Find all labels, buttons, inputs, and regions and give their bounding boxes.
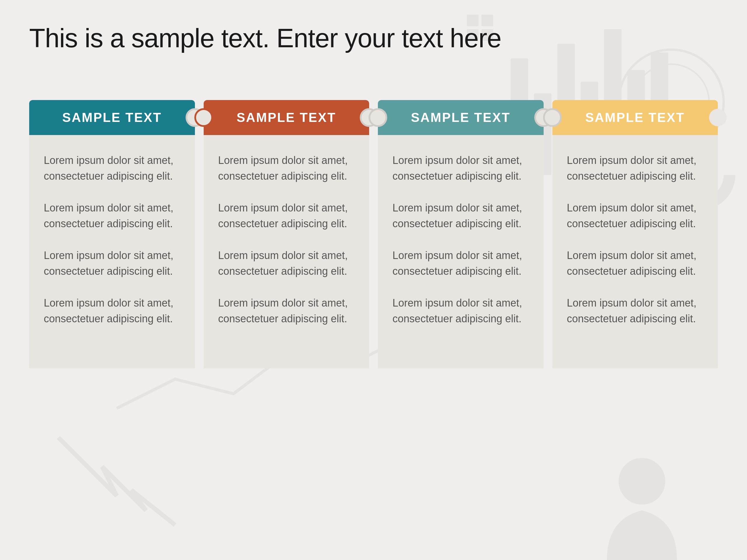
column-1-body: Lorem ipsum dolor sit amet, consectetuer… xyxy=(29,135,195,368)
columns-container: SAMPLE TEXT Lorem ipsum dolor sit amet, … xyxy=(29,100,718,368)
svg-point-17 xyxy=(619,458,665,505)
column-4-para-4: Lorem ipsum dolor sit amet, consectetuer… xyxy=(567,295,703,327)
content-wrapper: This is a sample text. Enter your text h… xyxy=(0,0,747,392)
column-3-para-2: Lorem ipsum dolor sit amet, consectetuer… xyxy=(392,200,529,232)
column-4-para-2: Lorem ipsum dolor sit amet, consectetuer… xyxy=(567,200,703,232)
column-2-header-text: SAMPLE TEXT xyxy=(237,110,336,125)
column-4-para-3: Lorem ipsum dolor sit amet, consectetuer… xyxy=(567,248,703,279)
column-4-header-text: SAMPLE TEXT xyxy=(585,110,685,125)
column-1-header-text: SAMPLE TEXT xyxy=(62,110,162,125)
column-3-header-text: SAMPLE TEXT xyxy=(411,110,510,125)
column-3-header: SAMPLE TEXT xyxy=(378,100,544,135)
column-2-para-1: Lorem ipsum dolor sit amet, consectetuer… xyxy=(218,153,355,184)
column-2-header: SAMPLE TEXT xyxy=(204,100,369,135)
column-2-para-3: Lorem ipsum dolor sit amet, consectetuer… xyxy=(218,248,355,279)
column-3-para-4: Lorem ipsum dolor sit amet, consectetuer… xyxy=(392,295,529,327)
column-4-para-1: Lorem ipsum dolor sit amet, consectetuer… xyxy=(567,153,703,184)
column-1-para-3: Lorem ipsum dolor sit amet, consectetuer… xyxy=(44,248,180,279)
page-title: This is a sample text. Enter your text h… xyxy=(29,23,718,53)
column-3-para-1: Lorem ipsum dolor sit amet, consectetuer… xyxy=(392,153,529,184)
column-1-para-2: Lorem ipsum dolor sit amet, consectetuer… xyxy=(44,200,180,232)
column-1-header: SAMPLE TEXT xyxy=(29,100,195,135)
column-4: SAMPLE TEXT Lorem ipsum dolor sit amet, … xyxy=(552,100,718,368)
column-2: SAMPLE TEXT Lorem ipsum dolor sit amet, … xyxy=(204,100,369,368)
column-1: SAMPLE TEXT Lorem ipsum dolor sit amet, … xyxy=(29,100,195,368)
column-2-para-4: Lorem ipsum dolor sit amet, consectetuer… xyxy=(218,295,355,327)
column-3: SAMPLE TEXT Lorem ipsum dolor sit amet, … xyxy=(378,100,544,368)
column-2-body: Lorem ipsum dolor sit amet, consectetuer… xyxy=(204,135,369,368)
column-2-para-2: Lorem ipsum dolor sit amet, consectetuer… xyxy=(218,200,355,232)
column-3-para-3: Lorem ipsum dolor sit amet, consectetuer… xyxy=(392,248,529,279)
column-3-body: Lorem ipsum dolor sit amet, consectetuer… xyxy=(378,135,544,368)
column-4-body: Lorem ipsum dolor sit amet, consectetuer… xyxy=(552,135,718,368)
column-1-para-4: Lorem ipsum dolor sit amet, consectetuer… xyxy=(44,295,180,327)
column-4-header: SAMPLE TEXT xyxy=(552,100,718,135)
column-1-para-1: Lorem ipsum dolor sit amet, consectetuer… xyxy=(44,153,180,184)
